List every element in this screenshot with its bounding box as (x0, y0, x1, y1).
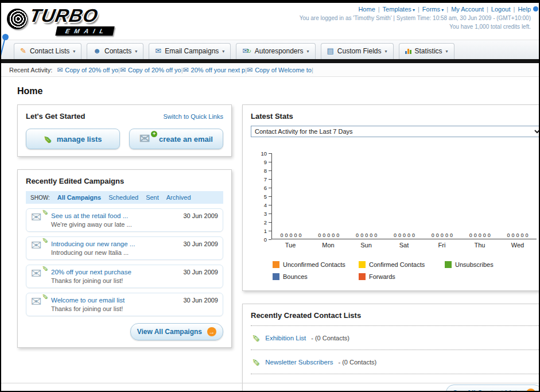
header-link-logout[interactable]: Logout (491, 6, 511, 13)
header-link-templates[interactable]: Templates ▾ (383, 6, 415, 13)
header-link-forms[interactable]: Forms ▾ (422, 6, 444, 13)
manage-lists-button[interactable]: ✎manage lists (26, 129, 120, 149)
legend-swatch (273, 261, 279, 268)
email-plus-icon: ✉+ (139, 134, 154, 145)
campaign-title-link[interactable]: Welcome to our email list (51, 297, 125, 304)
chart-x-tick-label: Sat (385, 242, 423, 249)
chart-bar-value-label: 0 (336, 232, 339, 238)
contact-lists-icon: ✎ (20, 48, 26, 55)
recent-contact-lists-title: Recently Created Contact Lists (251, 311, 540, 320)
chart-bar-value-label: 0 (507, 232, 510, 238)
chevron-down-icon: ▾ (222, 49, 224, 54)
button-label: create an email (159, 135, 213, 143)
stats-range-select[interactable]: Contact Activity for the Last 7 Days (251, 126, 540, 137)
chart-bar-value-label: 0 (323, 232, 325, 238)
chart-bar-value-label: 0 (394, 232, 397, 238)
chevron-down-icon: ▾ (73, 49, 75, 54)
chart-bar-value-label: 0 (436, 232, 439, 238)
create-an-email-button[interactable]: ✉+create an email (129, 129, 223, 149)
contact-list-link[interactable]: Exhibition List (265, 335, 306, 341)
recent-activity-item[interactable]: ✉Copy of 20% off yo (120, 66, 181, 74)
header-link-separator: | (446, 6, 448, 13)
campaign-item[interactable]: ✉✎See us at the retail food ...We're giv… (26, 208, 223, 232)
chevron-down-icon: ▾ (411, 7, 415, 13)
annotation-pin (2, 34, 9, 40)
legend-label: Bounces (283, 273, 308, 280)
chart-bar-value-label: 0 (327, 232, 330, 238)
main-nav: ✎Contact Lists▾☻Contacts▾✉Email Campaign… (1, 40, 539, 59)
chevron-down-icon: ▾ (307, 49, 309, 54)
legend-label: Unsubscribes (455, 261, 494, 268)
recent-activity-item[interactable]: ✉Copy of 20% off yo (57, 66, 118, 74)
chart-bar-value-label: 0 (474, 232, 477, 238)
campaign-title-link[interactable]: 20% off your next purchase (51, 269, 131, 275)
see-all-contact-lists-button[interactable]: See All Contact Lists → (446, 385, 540, 392)
chart-x-tick-label: Wed (499, 242, 537, 249)
recent-activity-item-label: Copy of Welcome to (255, 67, 312, 73)
chart-bar-value-label: 0 (445, 232, 448, 238)
chart-x-tick-label: Tue (271, 242, 309, 249)
legend-item-unconfirmed-contacts: Unconfirmed Contacts (273, 261, 359, 268)
contact-list-count: - (0 Contacts) (311, 335, 349, 341)
tab-autoresponders[interactable]: ✉↻Autoresponders▾ (236, 43, 315, 59)
chart-bar-group: 00000 (272, 232, 310, 238)
header-link-help[interactable]: Help (518, 6, 531, 13)
recent-activity-item[interactable]: ✉Copy of Welcome to (247, 66, 312, 74)
contact-list-item[interactable]: ✎Newsletter Subscribers - (0 Contacts) (251, 350, 540, 374)
campaign-item[interactable]: ✉✎Introducing our new range ...Introduci… (26, 236, 223, 260)
tab-statistics[interactable]: Statistics▾ (399, 43, 454, 59)
email-icon: ✉ (183, 66, 189, 74)
chevron-down-icon: ▾ (135, 49, 137, 54)
view-all-campaigns-button[interactable]: View All Campaigns → (130, 323, 223, 340)
chart-plot-area: 00000000000000000000000000000000000 (271, 153, 537, 239)
chevron-down-icon: ▾ (446, 49, 448, 54)
tab-contacts[interactable]: ☻Contacts▾ (87, 43, 143, 59)
logo-title: TURBO (28, 5, 100, 26)
filter-sent[interactable]: Sent (146, 194, 159, 201)
tab-email-campaigns[interactable]: ✉Email Campaigns▾ (149, 43, 231, 59)
chart-legend: Unconfirmed ContactsConfirmed ContactsUn… (273, 261, 540, 280)
recent-activity-item-label: 20% off your next p (191, 67, 246, 73)
tab-custom-fields[interactable]: ▤Custom Fields▾ (321, 43, 394, 59)
tab-label: Email Campaigns (165, 47, 219, 55)
switch-quick-links-link[interactable]: Switch to Quick Links (163, 113, 223, 120)
custom-fields-icon: ▤ (327, 48, 334, 55)
nav-divider-bar (1, 59, 539, 63)
campaign-title-link[interactable]: See us at the retail food ... (51, 212, 132, 219)
header-link-separator: | (378, 6, 380, 13)
envelope-pencil-icon: ✉✎ (31, 212, 46, 224)
campaign-item[interactable]: ✉✎20% off your next purchaseThanks for j… (26, 265, 223, 288)
recent-activity-items: ✉Copy of 20% off yo|✉Copy of 20% off yo|… (57, 66, 313, 74)
header-right: Home|Templates ▾|Forms ▾|My Account|Logo… (300, 6, 531, 30)
activity-chart: 109876543210 000000000000000000000000000… (257, 153, 537, 239)
chart-x-tick-label: Fri (423, 242, 461, 249)
campaign-date: 30 Jun 2009 (183, 297, 218, 304)
get-started-title: Let's Get Started (26, 112, 86, 121)
email-campaigns-icon: ✉ (155, 48, 161, 55)
filter-archived[interactable]: Archived (166, 194, 191, 201)
chart-y-tick-label: 8 (264, 168, 267, 173)
filter-scheduled[interactable]: Scheduled (108, 194, 138, 201)
statistics-icon (405, 48, 411, 54)
chart-bar-value-label: 0 (479, 232, 481, 238)
header-link-home[interactable]: Home (358, 6, 375, 13)
chart-y-tick-label: 6 (264, 185, 267, 191)
chart-y-axis: 109876543210 (257, 153, 271, 239)
tab-label: Statistics (415, 47, 442, 55)
legend-label: Forwards (369, 273, 395, 280)
contact-list-link[interactable]: Newsletter Subscribers (265, 359, 333, 366)
chart-y-tick-label: 2 (264, 220, 267, 225)
pencil-icon: ✎ (252, 356, 260, 368)
header-link-my-account[interactable]: My Account (451, 6, 484, 13)
filter-all-campaigns[interactable]: All Campaigns (57, 194, 101, 201)
contact-list-item[interactable]: ✎Exhibition List - (0 Contacts) (251, 326, 540, 350)
legend-swatch (359, 273, 366, 280)
tab-contact-lists[interactable]: ✎Contact Lists▾ (14, 43, 81, 59)
campaign-date: 30 Jun 2009 (183, 212, 218, 219)
envelope-pencil-icon: ✉✎ (31, 297, 46, 308)
campaign-title-link[interactable]: Introducing our new range ... (51, 240, 135, 247)
arrow-circle-icon: → (207, 327, 216, 336)
recent-activity-item[interactable]: ✉20% off your next p (183, 66, 246, 74)
header-link-separator: | (514, 6, 515, 13)
campaign-item[interactable]: ✉✎Welcome to our email listThanks for jo… (26, 293, 223, 316)
